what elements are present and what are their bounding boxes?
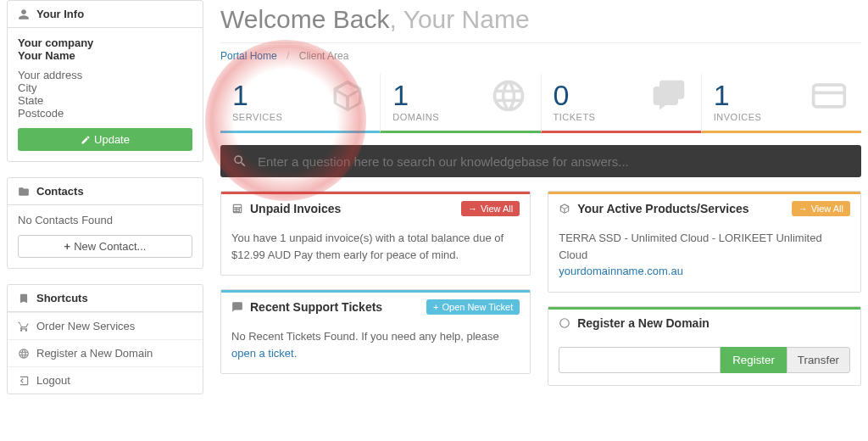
city-line: City: [18, 81, 192, 94]
tickets-body: No Recent Tickets Found. If you need any…: [221, 321, 530, 373]
plus-icon: +: [64, 240, 71, 253]
shortcut-order[interactable]: Order New Services: [8, 312, 203, 339]
arrow-right-icon: →: [798, 204, 808, 214]
shortcut-register[interactable]: Register a New Domain: [8, 339, 203, 366]
company-name: Your company: [18, 36, 192, 49]
card-icon: [810, 77, 848, 114]
your-info-title: Your Info: [36, 8, 84, 20]
folder-icon: [18, 186, 30, 198]
globe-icon: [559, 317, 570, 329]
transfer-button[interactable]: Transfer: [787, 347, 850, 373]
state-line: State: [18, 94, 192, 107]
contacts-panel: Contacts No Contacts Found +New Contact.…: [7, 177, 203, 269]
register-domain-card: Register a New Domain Register Transfer: [548, 306, 861, 386]
page-title: Welcome Back, Your Name: [220, 5, 861, 34]
postcode-line: Postcode: [18, 107, 192, 120]
your-info-header: Your Info: [8, 1, 203, 28]
breadcrumb: Portal Home / Client Area: [220, 42, 861, 74]
pencil-icon: [81, 135, 91, 145]
tickets-card: Recent Support Tickets +Open New Ticket …: [220, 289, 531, 374]
stat-invoices[interactable]: 1 INVOICES: [701, 74, 861, 133]
contacts-title: Contacts: [36, 185, 84, 198]
update-button[interactable]: Update: [18, 128, 192, 151]
open-ticket-button[interactable]: +Open New Ticket: [426, 299, 520, 315]
crumb-area: Client Area: [299, 50, 349, 62]
register-button[interactable]: Register: [721, 347, 787, 373]
new-contact-button[interactable]: +New Contact...: [18, 235, 192, 258]
logout-icon: [18, 375, 30, 387]
active-products-card: Your Active Products/Services →View All …: [548, 191, 861, 293]
user-name: Your Name: [18, 49, 192, 62]
active-domain-link[interactable]: yourdomainname.com.au: [559, 263, 850, 280]
globe-icon: [490, 77, 527, 114]
contacts-header: Contacts: [8, 178, 203, 205]
user-icon: [18, 8, 30, 20]
crumb-home[interactable]: Portal Home: [220, 50, 277, 62]
view-all-invoices[interactable]: →View All: [461, 201, 520, 216]
globe-icon: [18, 348, 30, 360]
active-title: Your Active Products/Services: [577, 202, 748, 215]
cart-icon: [18, 321, 30, 332]
arrow-right-icon: →: [468, 204, 477, 214]
domain-input-group: Register Transfer: [559, 347, 850, 373]
kb-search-input[interactable]: [258, 154, 849, 169]
shortcuts-title: Shortcuts: [36, 292, 88, 304]
unpaid-invoices-card: Unpaid Invoices →View All You have 1 unp…: [220, 191, 531, 276]
stat-domains[interactable]: 1 DOMAINS: [380, 74, 540, 133]
open-ticket-link[interactable]: open a ticket: [231, 347, 294, 360]
chat-icon: [231, 301, 243, 313]
svg-rect-0: [814, 85, 845, 107]
plus-icon: +: [433, 302, 438, 312]
your-info-body: Your company Your Name Your address City…: [8, 28, 203, 128]
active-body: TERRA SSD - Unlimited Cloud - LORIKEET U…: [548, 223, 860, 292]
bookmark-icon: [18, 293, 30, 304]
cube-icon: [559, 203, 570, 215]
stats-row: 1 SERVICES 1 DOMAINS 0 TICKETS 1 INVOICE…: [220, 74, 861, 133]
kb-search[interactable]: [220, 145, 861, 177]
unpaid-title: Unpaid Invoices: [250, 202, 341, 215]
calculator-icon: [231, 203, 243, 215]
unpaid-body: You have 1 unpaid invoice(s) with a tota…: [221, 223, 530, 275]
address-line: Your address: [18, 69, 192, 81]
register-title: Register a New Domain: [577, 316, 709, 330]
chat-icon: [650, 77, 687, 114]
search-icon: [232, 154, 248, 169]
shortcuts-panel: Shortcuts Order New Services Register a …: [7, 284, 203, 394]
your-info-panel: Your Info Your company Your Name Your ad…: [7, 0, 203, 162]
view-all-products[interactable]: →View All: [792, 201, 850, 216]
domain-input[interactable]: [559, 347, 721, 373]
stat-services[interactable]: 1 SERVICES: [220, 74, 380, 133]
shortcut-logout[interactable]: Logout: [8, 366, 203, 394]
stat-tickets[interactable]: 0 TICKETS: [541, 74, 701, 133]
shortcuts-header: Shortcuts: [8, 285, 203, 312]
no-contacts-text: No Contacts Found: [8, 205, 203, 235]
cube-icon: [329, 77, 366, 114]
tickets-title: Recent Support Tickets: [250, 300, 382, 314]
